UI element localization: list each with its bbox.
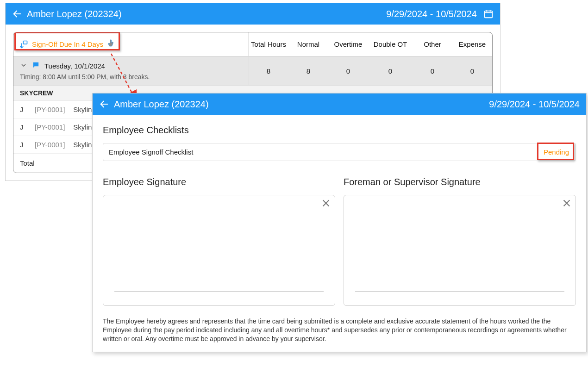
signoff-due-label: Sign-Off Due In 4 Days bbox=[32, 40, 103, 48]
day-overtime: 0 bbox=[328, 67, 368, 75]
signature-line bbox=[114, 291, 324, 292]
checklist-name: Employee Signoff Checklist bbox=[109, 148, 193, 156]
back-arrow-icon[interactable] bbox=[12, 9, 22, 19]
job-pid: [PY-0001] bbox=[35, 141, 65, 149]
signoff-panel: Amber Lopez (202324) 9/29/2024 - 10/5/20… bbox=[92, 93, 587, 352]
job-pid: [PY-0001] bbox=[35, 123, 65, 131]
svg-rect-5 bbox=[23, 41, 27, 44]
col-total-hours: Total Hours bbox=[249, 40, 288, 48]
job-type: J bbox=[20, 141, 26, 149]
clear-signature-button[interactable] bbox=[321, 198, 331, 210]
app-header: Amber Lopez (202324) 9/29/2024 - 10/5/20… bbox=[6, 3, 500, 25]
employee-signature-section: Employee Signature bbox=[103, 177, 335, 306]
chevron-down-icon[interactable] bbox=[20, 62, 27, 70]
checklist-status: Pending bbox=[543, 148, 570, 156]
header-date-range: 9/29/2024 - 10/5/2024 bbox=[489, 99, 580, 110]
job-type: J bbox=[20, 106, 26, 113]
col-other: Other bbox=[413, 40, 452, 48]
day-other: 0 bbox=[413, 67, 452, 75]
clear-signature-button[interactable] bbox=[562, 198, 572, 210]
back-arrow-icon[interactable] bbox=[99, 99, 109, 109]
signoff-header: Amber Lopez (202324) 9/29/2024 - 10/5/20… bbox=[93, 93, 586, 115]
supervisor-signature-section: Foreman or Supervisor Signature bbox=[344, 177, 576, 306]
checklists-title: Employee Checklists bbox=[103, 125, 576, 136]
job-type: J bbox=[20, 123, 26, 131]
svg-rect-1 bbox=[485, 11, 493, 18]
header-employee: Amber Lopez (202324) bbox=[27, 9, 122, 19]
signoff-due-pill[interactable]: Sign-Off Due In 4 Days bbox=[19, 38, 115, 50]
day-label: Tuesday, 10/1/2024 bbox=[44, 62, 105, 70]
col-overtime: Overtime bbox=[328, 40, 368, 48]
disclaimer-text: The Employee hereby agrees and represent… bbox=[103, 317, 576, 343]
supervisor-signature-pad[interactable] bbox=[344, 195, 576, 306]
day-normal: 8 bbox=[288, 67, 328, 75]
col-normal: Normal bbox=[288, 40, 328, 48]
day-row[interactable]: Tuesday, 10/1/2024 Timing: 8:00 AM until… bbox=[13, 56, 492, 86]
col-expense: Expense bbox=[452, 40, 492, 48]
day-double-ot: 0 bbox=[368, 67, 413, 75]
day-expense: 0 bbox=[452, 67, 492, 75]
note-icon[interactable] bbox=[32, 61, 40, 70]
touch-icon bbox=[107, 38, 115, 50]
calendar-icon[interactable] bbox=[483, 9, 494, 19]
columns-header: Sign-Off Due In 4 Days Total Hours Norma… bbox=[13, 32, 492, 56]
checklist-row[interactable]: Employee Signoff Checklist Pending bbox=[103, 143, 576, 161]
day-timing: Timing: 8:00 AM until 5:00 PM, with 3 br… bbox=[20, 73, 242, 81]
job-pid: [PY-0001] bbox=[35, 106, 65, 113]
employee-signature-title: Employee Signature bbox=[103, 177, 335, 187]
day-total: 8 bbox=[249, 67, 288, 75]
header-employee: Amber Lopez (202324) bbox=[114, 99, 209, 110]
supervisor-signature-title: Foreman or Supervisor Signature bbox=[344, 177, 576, 187]
employee-signature-pad[interactable] bbox=[103, 195, 335, 306]
col-double-ot: Double OT bbox=[368, 40, 413, 48]
signature-line bbox=[355, 291, 564, 292]
header-date-range: 9/29/2024 - 10/5/2024 bbox=[386, 9, 477, 19]
